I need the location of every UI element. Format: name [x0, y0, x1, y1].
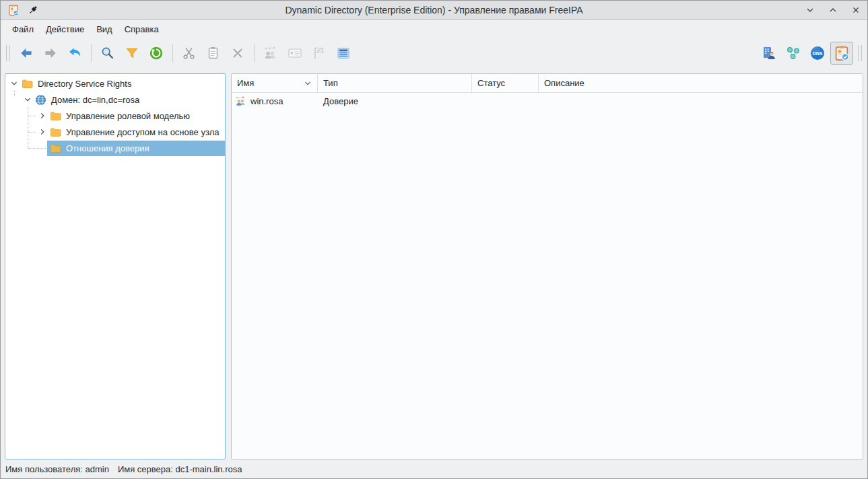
- clipboard-shield-icon: [834, 45, 850, 61]
- statusbar: Имя пользователя: admin Имя сервера: dc1…: [1, 459, 867, 479]
- folder-icon: [50, 143, 61, 154]
- app-clipboard-shield-icon: [7, 4, 20, 16]
- toolbar-separator: [91, 44, 92, 62]
- table-header: Имя Тип Статус Описание: [232, 74, 863, 93]
- list-view-button[interactable]: [332, 42, 355, 65]
- trust-users-icon: [235, 96, 246, 107]
- organization-button[interactable]: [758, 42, 780, 65]
- delegation-users-button[interactable]: [259, 42, 282, 65]
- trust-manager-button[interactable]: [830, 42, 853, 65]
- window-title: Dynamic Directory (Enterprise Edition) -…: [1, 5, 867, 15]
- search-icon: [100, 46, 115, 61]
- status-username: Имя пользователя: admin: [5, 464, 109, 474]
- toolbar: DNS: [1, 38, 867, 68]
- building-user-icon: [761, 45, 777, 61]
- tree-item-label: Управление доступом на основе узла: [66, 127, 220, 137]
- toolbar-separator: [254, 44, 255, 62]
- tree-item-label: Домен: dc=lin,dc=rosa: [51, 95, 139, 105]
- selected-tree-item[interactable]: Отношения доверия: [47, 141, 225, 156]
- titlebar[interactable]: Dynamic Directory (Enterprise Edition) -…: [1, 1, 867, 20]
- menu-help[interactable]: Справка: [119, 22, 165, 36]
- chevron-down-icon[interactable]: [9, 79, 19, 88]
- clipboard-paste-icon: [206, 46, 221, 61]
- menu-file[interactable]: Файл: [6, 22, 40, 36]
- column-header-description[interactable]: Описание: [539, 74, 863, 92]
- tree-item-host-access[interactable]: Управление доступом на основе узла: [5, 124, 225, 140]
- forward-button[interactable]: [39, 42, 62, 65]
- cut-button[interactable]: [178, 42, 201, 65]
- folder-icon: [50, 126, 61, 138]
- toolbar-separator: [172, 44, 173, 62]
- filter-funnel-icon: [125, 46, 139, 61]
- back-button[interactable]: [15, 42, 38, 65]
- filter-button[interactable]: [121, 42, 143, 65]
- back-arrow-icon: [19, 46, 34, 61]
- table-panel: Имя Тип Статус Описание: [231, 73, 863, 459]
- topology-icon: [785, 45, 801, 61]
- paste-button[interactable]: [202, 42, 225, 65]
- close-button[interactable]: [851, 5, 861, 15]
- delete-x-icon: [230, 46, 245, 61]
- tree-item-label: Управление ролевой моделью: [66, 111, 190, 121]
- svg-text:DNS: DNS: [813, 51, 823, 56]
- chevron-right-icon[interactable]: [38, 127, 47, 137]
- minimize-button[interactable]: [805, 5, 815, 15]
- globe-icon: [35, 94, 46, 106]
- app-window: Dynamic Directory (Enterprise Edition) -…: [0, 0, 868, 479]
- certificate-card-icon: [287, 45, 303, 61]
- pin-icon[interactable]: [28, 5, 38, 15]
- dns-icon: DNS: [809, 45, 826, 61]
- refresh-button[interactable]: [145, 42, 168, 65]
- tree-item-domain[interactable]: Домен: dc=lin,dc=rosa: [5, 91, 225, 108]
- tree-item-label: Directory Service Rights: [38, 79, 131, 89]
- undo-icon: [67, 46, 82, 61]
- forward-arrow-icon: [43, 46, 58, 61]
- chevron-right-icon[interactable]: [38, 111, 47, 120]
- tree-item-label: Отношения доверия: [66, 143, 149, 153]
- menu-view[interactable]: Вид: [90, 22, 119, 36]
- tree-guide-line: [28, 116, 36, 116]
- folder-icon: [50, 110, 61, 122]
- tree-panel: Directory Service Rights Домен: dc=lin,d…: [5, 73, 226, 459]
- list-view-icon: [336, 46, 351, 61]
- flag-check-icon: [311, 45, 327, 61]
- column-header-name[interactable]: Имя: [232, 74, 318, 92]
- menu-action[interactable]: Действие: [40, 22, 90, 36]
- certificate-card-button[interactable]: [283, 42, 306, 65]
- flag-tasks-button[interactable]: [308, 42, 331, 65]
- dns-button[interactable]: DNS: [806, 42, 829, 65]
- row-name: win.rosa: [251, 96, 283, 106]
- undo-button[interactable]: [63, 42, 86, 65]
- maximize-button[interactable]: [828, 5, 838, 15]
- row-type: Доверие: [323, 96, 358, 106]
- delete-button[interactable]: [226, 42, 249, 65]
- tree-guide-line: [28, 132, 36, 133]
- refresh-icon: [149, 46, 164, 61]
- chevron-down-icon[interactable]: [23, 95, 32, 104]
- column-header-status[interactable]: Статус: [472, 74, 539, 92]
- table-row[interactable]: win.rosa Доверие: [232, 93, 863, 110]
- toolbar-drag-handle[interactable]: [858, 45, 862, 61]
- tree-guide-line: [28, 148, 46, 149]
- folder-icon: [22, 78, 33, 89]
- status-servername: Имя сервера: dc1-main.lin.rosa: [118, 464, 242, 474]
- toolbar-drag-handle[interactable]: [6, 45, 10, 61]
- tree-guide-line: [28, 107, 28, 148]
- tree-item-role-model[interactable]: Управление ролевой моделью: [5, 108, 225, 124]
- tree-item-directory-service-rights[interactable]: Directory Service Rights: [5, 75, 225, 91]
- tree-guide-line: [14, 91, 15, 96]
- sort-chevron-down-icon: [304, 79, 312, 87]
- users-check-icon: [263, 45, 279, 61]
- scissors-icon: [182, 46, 197, 61]
- column-header-type[interactable]: Тип: [318, 74, 472, 92]
- menubar: Файл Действие Вид Справка: [1, 20, 867, 38]
- topology-button[interactable]: [782, 42, 805, 65]
- search-button[interactable]: [96, 42, 119, 65]
